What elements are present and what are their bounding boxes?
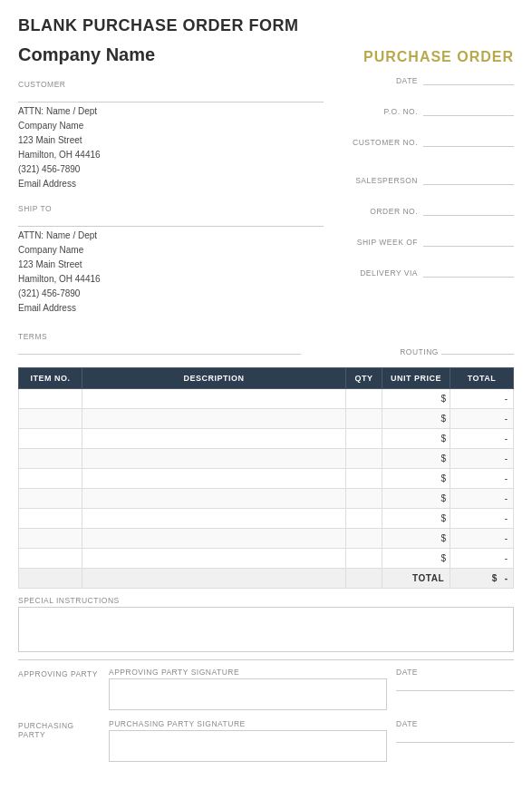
- po-no-line: [423, 103, 514, 116]
- approving-party-label: APPROVING PARTY: [18, 669, 100, 678]
- col-header-total: TOTAL: [450, 368, 514, 389]
- purchase-order-label: PURCHASE ORDER: [363, 49, 514, 65]
- table-row: $ -: [19, 509, 514, 529]
- cell-dollar: $: [382, 389, 450, 409]
- shipto-city: Hamilton, OH 44416: [18, 272, 324, 287]
- col-header-unit: UNIT PRICE: [382, 368, 450, 389]
- col-header-qty: QTY: [346, 368, 382, 389]
- cell-total: -: [450, 449, 514, 469]
- cell-total: -: [450, 469, 514, 489]
- terms-label: TERMS: [18, 332, 333, 341]
- approving-date-group: DATE: [396, 668, 514, 691]
- customer-phone: (321) 456-7890: [18, 162, 324, 177]
- approving-date-line: [396, 678, 514, 691]
- cell-desc: [82, 549, 346, 569]
- purchasing-date-group: DATE: [396, 719, 514, 743]
- customer-street: 123 Main Street: [18, 133, 324, 148]
- date-label: DATE: [396, 76, 418, 85]
- cell-qty: [346, 449, 382, 469]
- cell-qty: [346, 549, 382, 569]
- ship-week-label: SHIP WEEK OF: [357, 238, 418, 247]
- approving-sig-group: APPROVING PARTY SIGNATURE: [109, 668, 387, 710]
- cell-item: [19, 389, 82, 409]
- approving-sig-box: [109, 678, 387, 710]
- col-header-item: ITEM NO.: [19, 368, 82, 389]
- salesperson-label: SALESPERSON: [355, 176, 418, 185]
- table-row: $ -: [19, 389, 514, 409]
- cell-qty: [346, 469, 382, 489]
- shipto-street: 123 Main Street: [18, 258, 324, 272]
- po-table: ITEM NO. DESCRIPTION QTY UNIT PRICE TOTA…: [18, 367, 514, 589]
- purchasing-party-label: PURCHASING PARTY: [18, 721, 100, 739]
- cell-total: -: [450, 509, 514, 529]
- customer-company: Company Name: [18, 119, 324, 133]
- shipto-phone: (321) 456-7890: [18, 287, 324, 301]
- delivery-via-label: DELIVERY VIA: [360, 268, 418, 278]
- cell-desc: [82, 449, 346, 469]
- order-no-label: ORDER NO.: [370, 207, 418, 216]
- table-row: $ -: [19, 549, 514, 569]
- customer-section-label: CUSTOMER: [18, 80, 324, 89]
- purchasing-date-line: [396, 730, 514, 743]
- cell-dollar: $: [382, 509, 450, 529]
- approving-sig-label: APPROVING PARTY SIGNATURE: [109, 668, 387, 677]
- shipto-attn: ATTN: Name / Dept: [18, 229, 324, 243]
- cell-desc: [82, 409, 346, 429]
- cell-total: -: [450, 409, 514, 429]
- cell-qty: [346, 489, 382, 509]
- special-instructions-label: SPECIAL INSTRUCTIONS: [18, 596, 514, 605]
- table-row: $ -: [19, 529, 514, 549]
- cell-dollar: $: [382, 529, 450, 549]
- ship-week-line: [423, 234, 514, 247]
- total-value: $ -: [450, 569, 514, 589]
- purchasing-sig-row: PURCHASING PARTY PURCHASING PARTY SIGNAT…: [18, 719, 514, 762]
- purchasing-sig-group: PURCHASING PARTY SIGNATURE: [109, 719, 387, 762]
- date-line: [423, 73, 514, 85]
- cell-item: [19, 449, 82, 469]
- total-empty1: [19, 569, 82, 589]
- customer-attn: ATTN: Name / Dept: [18, 104, 324, 119]
- approving-date-label: DATE: [396, 668, 514, 677]
- cell-total: -: [450, 389, 514, 409]
- customer-email: Email Address: [18, 177, 324, 191]
- cell-qty: [346, 509, 382, 529]
- cell-total: -: [450, 489, 514, 509]
- page-title: BLANK PURCHASE ORDER FORM: [18, 16, 514, 35]
- cell-desc: [82, 389, 346, 409]
- cell-total: -: [450, 549, 514, 569]
- routing-line: [441, 342, 514, 355]
- approving-sig-row: APPROVING PARTY APPROVING PARTY SIGNATUR…: [18, 668, 514, 710]
- table-row: $ -: [19, 449, 514, 469]
- cell-dollar: $: [382, 429, 450, 449]
- shipto-company: Company Name: [18, 243, 324, 258]
- cell-item: [19, 549, 82, 569]
- salesperson-line: [423, 172, 514, 185]
- cell-total: -: [450, 429, 514, 449]
- cell-item: [19, 509, 82, 529]
- cell-desc: [82, 469, 346, 489]
- ship-to-section-label: SHIP TO: [18, 204, 324, 213]
- cell-dollar: $: [382, 469, 450, 489]
- total-label: TOTAL: [382, 569, 450, 589]
- cell-item: [19, 429, 82, 449]
- cell-dollar: $: [382, 549, 450, 569]
- special-instructions-box: [18, 607, 514, 652]
- cell-dollar: $: [382, 449, 450, 469]
- cell-total: -: [450, 529, 514, 549]
- cell-qty: [346, 429, 382, 449]
- cell-dollar: $: [382, 409, 450, 429]
- order-no-line: [423, 203, 514, 216]
- total-row: TOTAL $ -: [19, 569, 514, 589]
- cell-item: [19, 409, 82, 429]
- purchasing-sig-box: [109, 730, 387, 762]
- company-name: Company Name: [18, 44, 155, 65]
- customer-no-line: [423, 134, 514, 147]
- col-header-desc: DESCRIPTION: [82, 368, 346, 389]
- cell-item: [19, 469, 82, 489]
- cell-desc: [82, 529, 346, 549]
- customer-no-label: CUSTOMER NO.: [353, 138, 418, 147]
- cell-item: [19, 529, 82, 549]
- table-row: $ -: [19, 489, 514, 509]
- po-no-label: P.O. NO.: [384, 107, 418, 116]
- signature-section: APPROVING PARTY APPROVING PARTY SIGNATUR…: [18, 668, 514, 762]
